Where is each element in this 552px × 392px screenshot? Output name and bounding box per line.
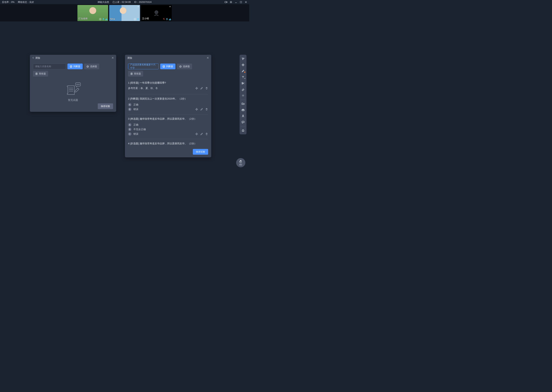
svg-point-46 xyxy=(243,122,244,122)
scissors-tool-icon[interactable] xyxy=(240,80,246,86)
video-strip: 叮当老师 ✕ Nina ✕ 王小明 xyxy=(0,4,249,21)
bell-icon[interactable] xyxy=(240,127,246,133)
paper-name-input[interactable] xyxy=(33,63,66,69)
participant-name: 叮当老师 xyxy=(78,17,87,20)
svg-rect-15 xyxy=(167,18,167,19)
delete-icon[interactable] xyxy=(205,108,208,111)
toolbox-icon[interactable] xyxy=(240,107,246,113)
camera-off-icon xyxy=(153,9,160,17)
question-item: 2 [判断题] 我国宪法上一次更新是在2020年。 （2分） A正确 B错误 xyxy=(128,95,208,114)
svg-rect-20 xyxy=(36,73,37,74)
svg-line-14 xyxy=(163,18,165,20)
save-paper-button[interactable]: 保存试卷 xyxy=(193,149,208,155)
right-toolbar xyxy=(240,55,247,134)
mic-icon xyxy=(137,18,139,20)
svg-point-12 xyxy=(156,12,157,13)
mic-muted-icon xyxy=(163,18,165,20)
video-tile-teacher[interactable]: 叮当老师 xyxy=(77,5,108,21)
video-tile-student-1[interactable]: ✕ Nina xyxy=(109,5,140,21)
audio-level-icon xyxy=(105,18,107,20)
text-tool-icon[interactable] xyxy=(240,74,246,80)
svg-rect-10 xyxy=(138,18,138,19)
camera-flip-icon[interactable] xyxy=(225,1,227,3)
option-item: A正确 xyxy=(128,102,208,107)
settings-icon[interactable] xyxy=(230,1,232,3)
paper-name-filled[interactable]: 产品说试卷名称最多十六个字 xyxy=(128,63,159,69)
svg-point-42 xyxy=(243,115,244,116)
delete-icon[interactable] xyxy=(205,87,208,90)
add-judge-button[interactable]: 判断题 xyxy=(160,63,175,69)
laser-pointer-icon[interactable] xyxy=(240,93,246,98)
svg-rect-7 xyxy=(103,18,104,19)
audio-level-icon xyxy=(169,18,171,20)
svg-point-9 xyxy=(135,19,135,20)
delete-icon[interactable] xyxy=(205,133,208,135)
question-item: 4 [多选题] 施华洛世奇是反华品牌，所以梁鼎琪反华。 （2分） A是的 B不完… xyxy=(128,140,208,147)
top-status-bar: 丢包率：0% 网络状态：良好 神秘大自然 已上课：02:34:09 ID：202… xyxy=(0,0,249,4)
hand-raise-count: 0/2 xyxy=(240,164,242,166)
participant-name: Nina xyxy=(110,18,115,20)
add-short-answer-button[interactable]: 简答题 xyxy=(128,71,143,77)
svg-point-26 xyxy=(79,84,80,85)
svg-point-38 xyxy=(242,84,243,84)
move-icon[interactable] xyxy=(195,87,198,90)
packet-loss: 丢包率：0% xyxy=(2,0,14,4)
panel-title: 测验 xyxy=(35,56,40,60)
elapsed-time: 已上课：02:34:09 xyxy=(113,0,131,4)
svg-point-11 xyxy=(155,11,158,14)
move-tool-icon[interactable] xyxy=(240,62,246,68)
network-status: 网络状态：良好 xyxy=(18,0,34,4)
edit-icon[interactable] xyxy=(200,108,203,111)
panel-title: 测验 xyxy=(127,56,132,60)
option-item: B错误 xyxy=(128,107,138,112)
tile-close-icon[interactable]: ✕ xyxy=(138,6,139,8)
focus-icon xyxy=(99,18,102,20)
hand-raise-badge[interactable]: 0/2 xyxy=(236,158,245,167)
back-icon[interactable] xyxy=(32,57,34,60)
empty-text: 暂无试题 xyxy=(68,98,78,101)
svg-rect-34 xyxy=(131,73,132,74)
participant-name: 王小明 xyxy=(142,17,149,20)
edit-icon[interactable] xyxy=(200,133,203,135)
move-icon[interactable] xyxy=(195,133,198,135)
close-icon[interactable] xyxy=(112,57,114,60)
svg-point-39 xyxy=(243,95,243,96)
svg-point-6 xyxy=(100,19,101,20)
mic-icon xyxy=(102,18,104,20)
add-choice-button[interactable]: 选择题 xyxy=(177,63,192,69)
quiz-panel-empty: 测验 判断题 选择题 简答题 xyxy=(30,55,116,112)
close-window-icon[interactable] xyxy=(245,1,247,3)
person-icon[interactable] xyxy=(240,113,246,119)
question-item: 3 [单选题] 施华洛世奇是反华品牌，所以梁鼎琪反华。 （2分） A正确 B不完… xyxy=(128,115,208,139)
focus-icon xyxy=(134,18,136,20)
quiz-panel-filled: 测验 产品说试卷名称最多十六个字 判断题 选择题 简答题 xyxy=(125,55,211,157)
add-judge-button[interactable]: 判断题 xyxy=(67,63,83,69)
svg-point-45 xyxy=(243,122,243,122)
svg-point-37 xyxy=(242,82,243,83)
fullscreen-icon[interactable] xyxy=(240,1,242,3)
chat-icon[interactable] xyxy=(240,119,246,125)
question-item: 1 [简答题] 一年四季分别是哪四季? 参考答案：春、夏、秋、冬 xyxy=(128,79,208,94)
add-choice-button[interactable]: 选择题 xyxy=(84,63,99,69)
option-item: B不完全正确 xyxy=(128,127,208,132)
option-item: C错误 xyxy=(128,132,138,136)
svg-point-44 xyxy=(242,122,243,122)
eraser-tool-icon[interactable] xyxy=(240,86,246,92)
pen-tool-icon[interactable] xyxy=(240,68,246,74)
course-title: 神秘大自然 xyxy=(98,0,109,4)
save-paper-button[interactable]: 保存试卷 xyxy=(98,103,113,109)
add-short-answer-button[interactable]: 简答题 xyxy=(33,71,48,77)
minimize-icon[interactable] xyxy=(235,1,237,3)
close-icon[interactable] xyxy=(207,57,209,60)
folder-icon[interactable] xyxy=(240,101,246,107)
video-tile-student-2[interactable]: ✕ 王小明 xyxy=(141,5,172,21)
mic-icon xyxy=(166,18,168,20)
empty-state: 暂无试题 xyxy=(33,82,113,101)
tile-close-icon[interactable]: ✕ xyxy=(169,6,171,8)
session-id: ID：2020070324 xyxy=(134,0,152,4)
svg-rect-0 xyxy=(225,1,226,3)
svg-point-25 xyxy=(78,84,78,85)
move-icon[interactable] xyxy=(195,108,198,111)
cursor-click-tool-icon[interactable] xyxy=(240,56,246,62)
edit-icon[interactable] xyxy=(200,87,203,90)
